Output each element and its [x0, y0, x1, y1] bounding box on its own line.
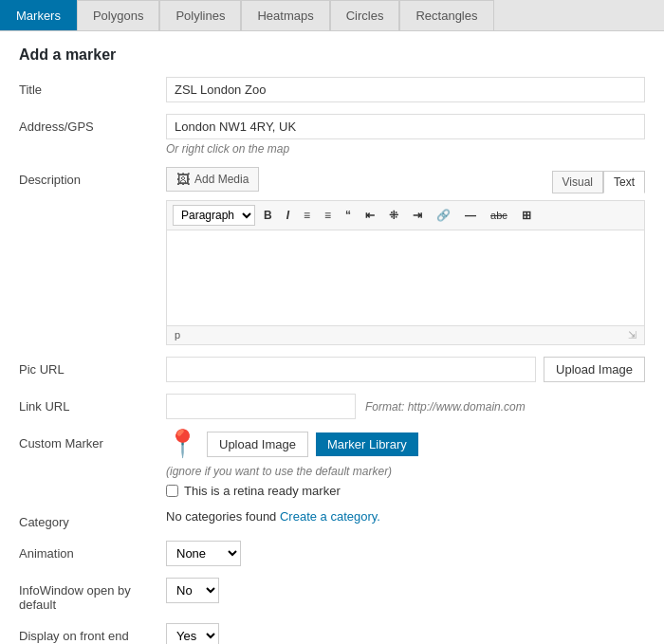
custom-marker-row: Custom Marker 📍 Upload Image Marker Libr…: [19, 431, 645, 498]
pic-url-field: Upload Image: [166, 357, 645, 382]
tab-rectangles[interactable]: Rectangles: [399, 0, 493, 30]
address-row: Address/GPS Or right click on the map: [19, 114, 645, 156]
ul-button[interactable]: ≡: [298, 206, 316, 225]
upload-image-custom-button[interactable]: Upload Image: [207, 432, 308, 457]
custom-marker-inner: 📍 Upload Image Marker Library (ignore if…: [166, 431, 645, 478]
tab-markers[interactable]: Markers: [0, 0, 77, 30]
pic-url-inner: Upload Image: [166, 357, 645, 382]
create-category-link[interactable]: Create a category.: [280, 509, 380, 524]
address-hint: Or right click on the map: [166, 142, 645, 156]
editor-footer: p ⇲: [167, 325, 644, 344]
custom-marker-label: Custom Marker: [19, 431, 166, 451]
align-left-button[interactable]: ⇤: [360, 206, 380, 225]
display-select[interactable]: Yes No: [166, 623, 219, 644]
category-label: Category: [19, 509, 166, 529]
title-row: Title: [19, 77, 645, 102]
paragraph-select[interactable]: Paragraph: [173, 205, 255, 226]
retina-checkbox[interactable]: [166, 485, 178, 497]
title-field: [166, 77, 645, 102]
animation-row: Animation None Drop Bounce: [19, 541, 645, 566]
link-button[interactable]: 🔗: [431, 206, 456, 225]
link-url-label: Link URL: [19, 394, 166, 414]
main-content: Add a marker Title Address/GPS Or right …: [0, 31, 664, 644]
add-media-label: Add Media: [194, 173, 249, 186]
editor-resize: ⇲: [628, 329, 636, 341]
ignore-hint: (ignore if you want to use the default m…: [166, 465, 392, 478]
tab-polylines[interactable]: Polylines: [159, 0, 241, 30]
address-field: Or right click on the map: [166, 114, 645, 156]
bold-button[interactable]: B: [258, 206, 278, 225]
custom-marker-field: 📍 Upload Image Marker Library (ignore if…: [166, 431, 645, 498]
title-input[interactable]: [166, 77, 645, 102]
link-url-field: Format: http://www.domain.com: [166, 394, 645, 419]
link-format-hint: Format: http://www.domain.com: [365, 400, 526, 414]
description-field: 🖼 Add Media Visual Text Paragraph B I ≡ …: [166, 167, 645, 345]
marker-library-button[interactable]: Marker Library: [316, 432, 418, 456]
link-url-row: Link URL Format: http://www.domain.com: [19, 394, 645, 419]
animation-field: None Drop Bounce: [166, 541, 645, 566]
editor-wrap: Paragraph B I ≡ ≡ “ ⇤ ⁜ ⇥ 🔗 — abc ⊞: [166, 200, 645, 345]
italic-button[interactable]: I: [281, 206, 295, 225]
strike-button[interactable]: abc: [485, 207, 513, 224]
display-row: Display on front end Yes No: [19, 623, 645, 644]
display-label: Display on front end: [19, 623, 166, 643]
retina-label: This is a retina ready marker: [184, 484, 341, 498]
tab-circles[interactable]: Circles: [330, 0, 400, 30]
pic-url-label: Pic URL: [19, 357, 166, 377]
tab-bar: Markers Polygons Polylines Heatmaps Circ…: [0, 0, 664, 31]
address-input[interactable]: [166, 114, 645, 139]
editor-area[interactable]: [167, 230, 644, 325]
align-right-button[interactable]: ⇥: [407, 206, 428, 225]
more-button[interactable]: —: [459, 206, 482, 225]
editor-tab-group: Visual Text: [552, 171, 645, 193]
tab-visual[interactable]: Visual: [552, 171, 603, 193]
address-label: Address/GPS: [19, 114, 166, 134]
animation-label: Animation: [19, 541, 166, 561]
tab-polygons[interactable]: Polygons: [77, 0, 159, 30]
pic-url-row: Pic URL Upload Image: [19, 357, 645, 382]
category-text: No categories found: [166, 509, 276, 524]
editor-toolbar: Paragraph B I ≡ ≡ “ ⇤ ⁜ ⇥ 🔗 — abc ⊞: [167, 201, 644, 230]
infowindow-field: No Yes: [166, 578, 645, 603]
description-label: Description: [19, 167, 166, 187]
tab-text[interactable]: Text: [603, 171, 645, 193]
infowindow-select[interactable]: No Yes: [166, 578, 219, 603]
pic-url-input[interactable]: [166, 357, 536, 382]
retina-row: This is a retina ready marker: [166, 484, 645, 498]
infowindow-label: InfoWindow open by default: [19, 578, 166, 612]
category-row: Category No categories found Create a ca…: [19, 509, 645, 529]
add-media-button[interactable]: 🖼 Add Media: [166, 167, 259, 192]
link-url-inner: Format: http://www.domain.com: [166, 394, 645, 419]
title-label: Title: [19, 77, 166, 97]
editor-tag: p: [175, 329, 180, 341]
blockquote-button[interactable]: “: [340, 206, 357, 225]
table-button[interactable]: ⊞: [516, 206, 537, 225]
description-row: Description 🖼 Add Media Visual Text Para…: [19, 167, 645, 345]
marker-pin-icon: 📍: [166, 431, 199, 457]
align-center-button[interactable]: ⁜: [383, 206, 404, 225]
display-field: Yes No: [166, 623, 645, 644]
link-url-input[interactable]: [166, 394, 356, 419]
infowindow-row: InfoWindow open by default No Yes: [19, 578, 645, 612]
section-title: Add a marker: [19, 46, 645, 64]
ol-button[interactable]: ≡: [319, 206, 337, 225]
animation-select[interactable]: None Drop Bounce: [166, 541, 241, 566]
upload-image-button[interactable]: Upload Image: [544, 357, 645, 382]
category-field: No categories found Create a category.: [166, 509, 645, 524]
media-icon: 🖼: [176, 172, 190, 187]
tab-heatmaps[interactable]: Heatmaps: [241, 0, 329, 30]
desc-top: 🖼 Add Media Visual Text: [166, 167, 645, 196]
